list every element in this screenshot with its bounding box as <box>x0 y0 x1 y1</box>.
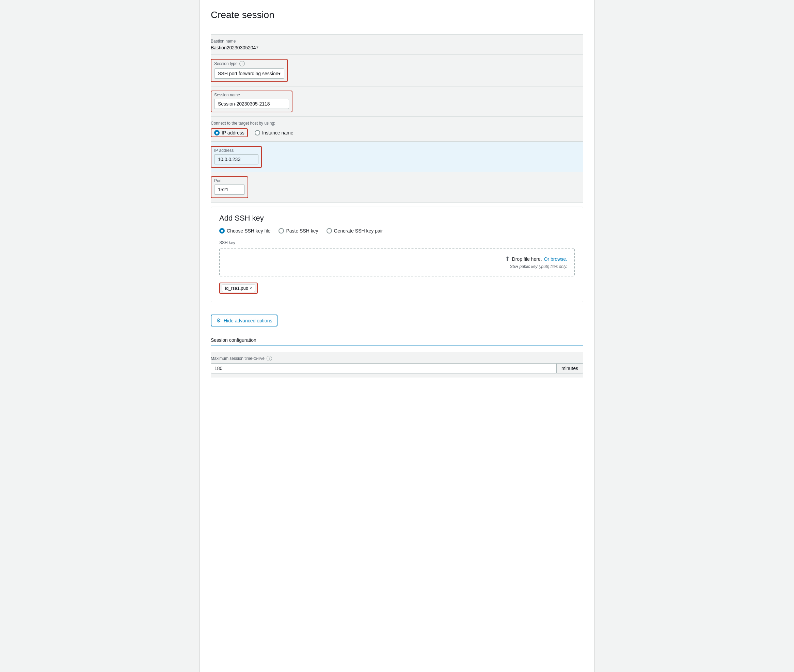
instance-name-radio-option[interactable]: Instance name <box>255 130 293 136</box>
session-type-select[interactable]: SSH port forwarding session ▾ <box>214 69 284 78</box>
bastion-name-value: Bastion202303052047 <box>211 45 583 50</box>
config-tabs: Session configuration <box>211 334 583 346</box>
advanced-options-label: Hide advanced options <box>224 318 272 323</box>
port-input[interactable] <box>214 184 245 195</box>
session-type-label: Session type i <box>214 61 284 66</box>
paste-ssh-key-option[interactable]: Paste SSH key <box>279 228 318 234</box>
session-name-label: Session name <box>214 93 289 98</box>
choose-ssh-key-label: Choose SSH key file <box>227 228 271 234</box>
paste-ssh-key-label: Paste SSH key <box>286 228 318 234</box>
drop-file-text: Drop file here. <box>512 256 542 262</box>
choose-ssh-key-radio[interactable] <box>219 228 225 234</box>
file-tag-close-icon[interactable]: × <box>250 286 252 291</box>
max-session-input[interactable] <box>211 363 557 373</box>
generate-ssh-key-pair-option[interactable]: Generate SSH key pair <box>327 228 383 234</box>
file-tag-box: id_rsa1.pub × <box>219 283 258 294</box>
instance-name-radio[interactable] <box>255 130 260 136</box>
session-type-info-icon[interactable]: i <box>239 61 245 66</box>
minutes-badge: minutes <box>557 363 583 373</box>
ip-address-radio[interactable] <box>214 130 219 136</box>
cloud-upload-icon: ⬆ <box>505 255 510 263</box>
browse-link[interactable]: Or browse. <box>544 256 567 262</box>
port-section: Port <box>211 172 583 203</box>
session-name-input[interactable] <box>214 99 289 109</box>
session-name-box: Session name <box>211 91 293 112</box>
ip-address-input[interactable] <box>214 154 258 165</box>
max-session-label-text: Maximum session time-to-live <box>211 356 264 361</box>
max-session-label-row: Maximum session time-to-live i <box>211 356 583 361</box>
ip-address-section: IP address <box>211 142 583 172</box>
uploaded-file-row: id_rsa1.pub × <box>219 280 575 295</box>
file-tag-name: id_rsa1.pub <box>225 286 248 291</box>
file-tag: id_rsa1.pub × <box>222 284 255 292</box>
chevron-down-icon: ▾ <box>278 71 280 76</box>
ip-address-radio-box: IP address <box>211 128 248 137</box>
ip-address-field-box: IP address <box>211 146 262 168</box>
connect-target-label: Connect to the target host by using: <box>211 121 583 126</box>
session-configuration-tab[interactable]: Session configuration <box>211 334 256 346</box>
ip-address-label: IP address <box>214 148 258 153</box>
drop-zone-main-text: ⬆ Drop file here. Or browse. <box>505 255 567 263</box>
page-container: Create session Bastion name Bastion20230… <box>200 0 594 672</box>
max-session-row: Maximum session time-to-live i minutes <box>211 352 583 378</box>
paste-ssh-key-radio[interactable] <box>279 228 284 234</box>
ssh-key-drop-zone[interactable]: ⬆ Drop file here. Or browse. SSH public … <box>219 248 575 277</box>
port-label: Port <box>214 178 245 183</box>
ssh-radio-group: Choose SSH key file Paste SSH key Genera… <box>219 228 575 234</box>
max-session-info-icon[interactable]: i <box>267 356 272 361</box>
advanced-options-row: ⚙ Hide advanced options <box>211 306 583 334</box>
ssh-key-panel: Add SSH key Choose SSH key file Paste SS… <box>211 206 583 302</box>
session-type-box: Session type i SSH port forwarding sessi… <box>211 59 288 82</box>
connect-target-radio-group: IP address Instance name <box>211 128 583 137</box>
hide-advanced-options-button[interactable]: ⚙ Hide advanced options <box>211 315 277 326</box>
drop-zone-sub-text: SSH public key (.pub) files only. <box>510 264 567 269</box>
max-session-inputs: minutes <box>211 363 583 373</box>
choose-ssh-key-file-option[interactable]: Choose SSH key file <box>219 228 271 234</box>
generate-ssh-key-pair-label: Generate SSH key pair <box>334 228 383 234</box>
generate-ssh-key-pair-radio[interactable] <box>327 228 332 234</box>
ssh-panel-title: Add SSH key <box>219 214 575 222</box>
page-title: Create session <box>211 10 583 26</box>
bastion-name-label: Bastion name <box>211 39 583 43</box>
ip-address-radio-label: IP address <box>222 130 245 136</box>
instance-name-radio-label: Instance name <box>262 130 293 136</box>
drop-zone-text-group: ⬆ Drop file here. Or browse. SSH public … <box>505 255 567 269</box>
settings-icon: ⚙ <box>216 317 221 324</box>
port-field-box: Port <box>211 176 248 198</box>
ssh-key-field-label: SSH key <box>219 240 575 245</box>
